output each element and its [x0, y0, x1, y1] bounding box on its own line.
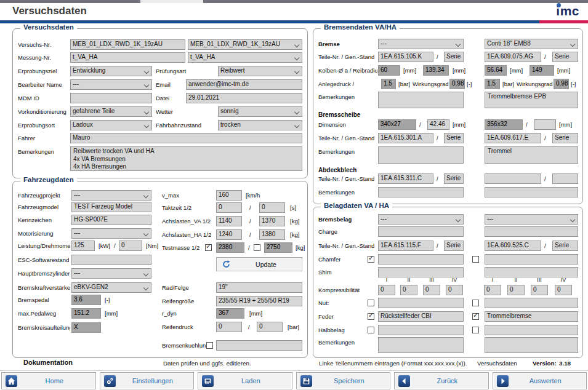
zurueck-button[interactable]: Zurück: [394, 372, 489, 389]
home-button[interactable]: Home: [1, 372, 96, 389]
bemerkungen-scheibe-va-textarea[interactable]: [378, 146, 464, 164]
nut-ha-input[interactable]: [485, 298, 578, 308]
charge-ha-input[interactable]: [485, 226, 578, 237]
teile-nr-bremse-ha-input[interactable]: 1EA.609.075.AG: [485, 52, 541, 62]
testmasse-2-checkbox[interactable]: [254, 244, 260, 251]
kompressibilitaet-va-3-input[interactable]: 0: [423, 285, 440, 295]
taktzeit-2-input[interactable]: 0: [259, 202, 285, 213]
fahrer-input[interactable]: Mauro: [70, 133, 302, 143]
shim-va-input[interactable]: [378, 267, 464, 277]
shim-ha-input[interactable]: [485, 267, 578, 277]
rad-felge-input[interactable]: 19": [216, 282, 302, 293]
motorisierung-select[interactable]: ---: [71, 228, 151, 239]
bemerkungen-scheibe-ha-textarea[interactable]: Trommel: [485, 146, 578, 164]
datei-input[interactable]: 29.01.2021: [186, 93, 302, 103]
bremskraftverstaerker-select[interactable]: eBKV-GEN2: [71, 282, 151, 293]
feder-va-input[interactable]: Rückstellfeder CBI: [378, 311, 464, 322]
teile-nr-belag-va-input[interactable]: 1EA.615.115.F: [378, 241, 433, 251]
bremsenkuehlung-checkbox[interactable]: [206, 342, 213, 349]
bemerkungen-belag-ha-textarea[interactable]: [485, 337, 578, 353]
gen-stand-bremse-ha-input[interactable]: Serie: [552, 52, 578, 62]
versuchs-nr-select[interactable]: MEB_01_LDX_RWD_1K_19zAU: [188, 39, 302, 50]
gen-stand-belag-va-input[interactable]: Serie: [444, 241, 464, 251]
anlegedruck-va-input[interactable]: 1.5: [381, 79, 396, 89]
messung-nr-input[interactable]: t_VA_HA: [70, 52, 185, 63]
r-dyn-input[interactable]: 367: [216, 308, 244, 319]
dimension-ha-2-input[interactable]: [534, 119, 556, 130]
bremsbelag-ha-select[interactable]: ---: [485, 214, 578, 225]
esc-softwarestand-input[interactable]: [71, 255, 151, 265]
feder-ha-checkbox[interactable]: [472, 313, 479, 320]
taktzeit-1-input[interactable]: 0: [216, 202, 242, 213]
gen-stand-bremse-va-input[interactable]: Serie: [444, 52, 464, 62]
v-max-input[interactable]: 160: [216, 190, 242, 201]
drehmoment-input[interactable]: 0: [119, 241, 142, 251]
kompressibilitaet-va-4-input[interactable]: 0: [446, 285, 463, 295]
gen-stand-abdeck-ha-input[interactable]: [552, 173, 578, 184]
max-pedalweg-input[interactable]: 151.2: [71, 308, 101, 319]
halbbelag-va-input[interactable]: [378, 325, 464, 335]
reifendruck-2-input[interactable]: 0: [257, 322, 283, 332]
feder-ha-input[interactable]: Trommelbremse: [485, 311, 578, 322]
einstellungen-button[interactable]: Einstellungen: [100, 372, 195, 389]
charge-va-input[interactable]: [378, 226, 464, 237]
erprobungsort-select[interactable]: Ladoux: [70, 120, 152, 130]
fahrzeugprojekt-select[interactable]: ---: [71, 190, 151, 201]
fahrzeugmodel-input[interactable]: TEST Farzeug Model: [71, 202, 151, 212]
feder-va-checkbox[interactable]: [368, 313, 374, 320]
fahrbahnzustand-select[interactable]: trocken: [218, 120, 302, 130]
erprobungsziel-select[interactable]: Entwicklung: [70, 66, 152, 76]
reibradius-ha-input[interactable]: 149: [530, 65, 554, 76]
bemerkungen-abdeck-ha-input[interactable]: [485, 187, 578, 197]
chamfer-va-checkbox[interactable]: [368, 256, 374, 263]
vorkonditionierung-select[interactable]: gefahrene Teile: [70, 106, 152, 117]
pruefungsart-select[interactable]: Reibwert: [218, 66, 302, 76]
auswerten-button[interactable]: Auswerten: [493, 372, 587, 389]
email-input[interactable]: anwender@imc-tm.de: [186, 79, 302, 90]
kompressibilitaet-ha-1-input[interactable]: 0: [484, 285, 501, 295]
kompressibilitaet-ha-2-input[interactable]: 0: [507, 285, 525, 295]
anlegedruck-ha-input[interactable]: 1.5: [485, 79, 500, 89]
kompressibilitaet-ha-3-input[interactable]: 0: [531, 285, 548, 295]
gen-stand-abdeck-va-input[interactable]: Serie: [444, 173, 464, 184]
versuchs-nr-input[interactable]: MEB_01_LDX_RWD_1K_19zAU: [70, 39, 185, 50]
bemerkungen-bremse-va-textarea[interactable]: [378, 92, 464, 108]
halbbelag-ha-input[interactable]: [485, 325, 578, 335]
update-button[interactable]: Update: [216, 257, 302, 271]
wetter-select[interactable]: sonnig: [218, 106, 302, 117]
bremskreisaufteilung-input[interactable]: X: [71, 322, 101, 333]
testmasse-1-input[interactable]: 2380: [216, 242, 244, 253]
halbbelag-va-checkbox[interactable]: [368, 327, 374, 333]
nut-va-checkbox[interactable]: [368, 300, 374, 306]
halbbelag-ha-checkbox[interactable]: [472, 327, 479, 333]
testmasse-1-checkbox[interactable]: [205, 244, 212, 251]
testmasse-2-input[interactable]: 2750: [264, 242, 292, 253]
bremspedal-input[interactable]: 3.6: [71, 295, 101, 305]
gen-stand-belag-ha-input[interactable]: Serie: [552, 241, 578, 251]
gen-stand-scheibe-va-input[interactable]: Serie: [444, 133, 464, 143]
teile-nr-abdeck-ha-input[interactable]: [485, 173, 541, 184]
reifengroesse-input[interactable]: 235/55 R19 + 255/50 R19: [216, 296, 302, 306]
bemerkungen-bremse-ha-textarea[interactable]: Trommelbremse EPB: [485, 92, 578, 108]
kolben-ha-input[interactable]: 56.64: [485, 65, 507, 76]
achslasten-ha-2-input[interactable]: 1380: [259, 229, 285, 240]
kennzeichen-input[interactable]: HG-SP007E: [71, 215, 151, 225]
nut-ha-checkbox[interactable]: [472, 300, 479, 306]
gen-stand-scheibe-ha-input[interactable]: Serie: [552, 133, 578, 143]
kompressibilitaet-va-2-input[interactable]: 0: [400, 285, 417, 295]
bearbeiter-name-select[interactable]: ---: [70, 79, 152, 90]
achslasten-ha-1-input[interactable]: 1240: [216, 229, 242, 240]
hauptbremszylinder-select[interactable]: ---: [71, 268, 151, 279]
bemerkungen-textarea[interactable]: Reibwerte trocken VA und HA 4x VA Bremsu…: [70, 146, 302, 171]
chamfer-va-input[interactable]: [378, 254, 464, 265]
achslasten-va-1-input[interactable]: 1140: [216, 216, 242, 226]
dimension-va-input[interactable]: 340x27: [378, 119, 416, 130]
speichern-button[interactable]: Speichern: [296, 372, 391, 389]
teile-nr-scheibe-ha-input[interactable]: 1EA.609.617.E: [485, 133, 541, 143]
bremsbelag-va-select[interactable]: ---: [378, 214, 464, 225]
dimension-va-2-input[interactable]: 42.46: [427, 119, 449, 130]
kompressibilitaet-va-1-input[interactable]: 0: [378, 285, 395, 295]
messung-nr-select[interactable]: t_VA_HA: [188, 52, 302, 63]
chamfer-ha-checkbox[interactable]: [472, 256, 479, 263]
achslasten-va-2-input[interactable]: 1370: [259, 216, 285, 226]
